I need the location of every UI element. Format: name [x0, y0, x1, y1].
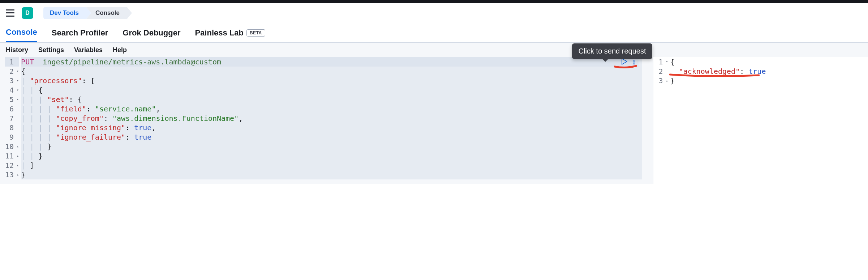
breadcrumb-devtools[interactable]: Dev Tools	[43, 7, 86, 19]
response-code: { "acknowledged": true}	[670, 57, 868, 85]
response-gutter: 1▾2 3▴	[653, 57, 670, 85]
play-icon[interactable]	[621, 58, 628, 65]
subnav-settings[interactable]: Settings	[38, 46, 64, 54]
space-avatar[interactable]: D	[22, 7, 33, 19]
response-pane: 1▾2 3▴ { "acknowledged": true}	[653, 57, 868, 184]
request-pane: 1 2▾3▾4▾5▾6 7 8 9 10▴11▴12▴13▴ PUT _inge…	[0, 57, 642, 184]
request-editor[interactable]: 1 2▾3▾4▾5▾6 7 8 9 10▴11▴12▴13▴ PUT _inge…	[0, 57, 642, 179]
menu-icon[interactable]	[6, 9, 14, 17]
response-editor: 1▾2 3▴ { "acknowledged": true}	[653, 57, 868, 85]
app-header: D Dev Tools Console	[0, 3, 868, 23]
request-actions: Click to send request	[621, 58, 635, 65]
subnav-variables[interactable]: Variables	[74, 46, 103, 54]
tab-search-profiler[interactable]: Search Profiler	[52, 23, 108, 42]
tab-painless-lab[interactable]: Painless Lab BETA	[195, 23, 265, 42]
console-subnav: History Settings Variables Help	[0, 43, 868, 57]
subnav-help[interactable]: Help	[113, 46, 127, 54]
breadcrumb: Dev Tools Console	[43, 7, 127, 19]
beta-badge: BETA	[246, 29, 265, 37]
send-request-tooltip: Click to send request	[572, 43, 653, 59]
console-workspace: 1 2▾3▾4▾5▾6 7 8 9 10▴11▴12▴13▴ PUT _inge…	[0, 57, 868, 184]
request-gutter: 1 2▾3▾4▾5▾6 7 8 9 10▴11▴12▴13▴	[0, 57, 21, 179]
svg-marker-0	[622, 59, 627, 64]
request-code[interactable]: PUT _ingest/pipeline/metrics-aws.lambda@…	[21, 57, 642, 179]
tool-tabs: Console Search Profiler Grok Debugger Pa…	[0, 23, 868, 43]
tab-console[interactable]: Console	[6, 23, 37, 42]
breadcrumb-console[interactable]: Console	[86, 7, 127, 19]
tab-grok-debugger[interactable]: Grok Debugger	[123, 23, 180, 42]
subnav-history[interactable]: History	[6, 46, 28, 54]
window-chrome-strip	[0, 0, 868, 3]
request-options-icon[interactable]	[633, 59, 635, 64]
tab-painless-lab-label: Painless Lab	[195, 28, 244, 38]
